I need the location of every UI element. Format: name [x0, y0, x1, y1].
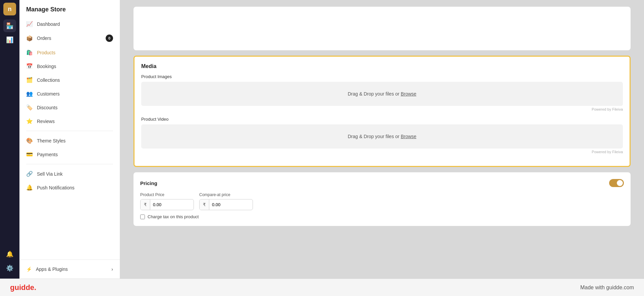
product-images-label: Product Images — [141, 74, 623, 79]
sidebar-item-collections[interactable]: 🗂️ Collections — [19, 73, 120, 87]
sidebar-item-label: Payments — [37, 152, 58, 157]
sidebar-header: Manage Store — [19, 0, 120, 17]
sidebar-item-apps-plugins[interactable]: ⚡ Apps & Plugins › — [26, 264, 113, 275]
compare-price-label: Compare-at price — [199, 192, 253, 197]
product-price-currency: ₹ — [141, 199, 150, 210]
sidebar-item-label: Products — [37, 50, 55, 55]
pricing-header: Pricing — [140, 179, 624, 187]
product-images-drop-text: Drag & Drop your files or — [348, 91, 399, 97]
sidebar-item-label: Discounts — [37, 105, 57, 110]
nav-store-icon[interactable]: 🏪 — [3, 19, 16, 32]
sidebar-item-label: Sell Via Link — [37, 171, 63, 177]
sidebar-divider-2 — [26, 164, 113, 164]
sidebar-item-reviews[interactable]: ⭐ Reviews — [19, 114, 120, 128]
charge-tax-text: Charge tax on this product — [148, 214, 199, 219]
apps-plugins-label: Apps & Plugins — [36, 267, 68, 272]
collections-icon: 🗂️ — [26, 77, 33, 83]
sidebar-item-orders[interactable]: 📦 Orders 0 — [19, 31, 120, 46]
nav-bell-icon[interactable]: 🔔 — [3, 248, 16, 260]
sidebar-item-label: Customers — [37, 91, 60, 97]
product-images-dropzone[interactable]: Drag & Drop your files or Browse — [141, 82, 623, 106]
bottom-bar: guidde. Made with guidde.com — [0, 279, 644, 296]
apps-plugins-icon: ⚡ — [26, 267, 32, 272]
orders-icon: 📦 — [26, 35, 33, 42]
sidebar-item-payments[interactable]: 💳 Payments — [19, 147, 120, 161]
pricing-title: Pricing — [140, 180, 157, 186]
charge-tax-checkbox[interactable] — [140, 215, 145, 219]
sidebar-item-theme-styles[interactable]: 🎨 Theme Styles — [19, 134, 120, 147]
sidebar-item-label: Dashboard — [37, 21, 60, 27]
sidebar-item-discounts[interactable]: 🏷️ Discounts — [19, 101, 120, 114]
compare-price-group: Compare-at price ₹ INR — [199, 192, 253, 210]
compare-price-input-wrap: ₹ INR — [199, 199, 253, 210]
product-images-browse-link[interactable]: Browse — [401, 91, 417, 97]
sidebar-item-dashboard[interactable]: 📈 Dashboard — [19, 17, 120, 31]
discounts-icon: 🏷️ — [26, 104, 33, 111]
main-sidebar: Manage Store 📈 Dashboard 📦 Orders 0 🛍️ P… — [19, 0, 120, 279]
product-images-powered: Powered by Fileiva — [141, 107, 623, 111]
made-with-text: Made with guidde.com — [580, 285, 634, 291]
nav-settings-icon[interactable]: ⚙️ — [3, 262, 16, 275]
compare-price-currency: ₹ — [200, 199, 209, 210]
push-notifications-icon: 🔔 — [26, 184, 33, 191]
sidebar-item-label: Theme Styles — [37, 138, 66, 143]
product-price-group: Product Price ₹ INR — [140, 192, 194, 210]
pricing-toggle[interactable] — [609, 179, 624, 187]
sidebar-item-push-notifications[interactable]: 🔔 Push Notifications — [19, 181, 120, 194]
sidebar-item-bookings[interactable]: 📅 Bookings — [19, 59, 120, 73]
dashboard-icon: 📈 — [26, 21, 33, 27]
compare-price-input[interactable] — [209, 199, 253, 210]
sidebar-item-label: Collections — [37, 77, 60, 83]
guidde-logo: guidde. — [10, 283, 36, 292]
sidebar-item-products[interactable]: 🛍️ Products — [19, 46, 120, 59]
app-logo[interactable]: n — [3, 3, 16, 15]
sidebar-nav: 📈 Dashboard 📦 Orders 0 🛍️ Products 📅 Boo… — [19, 17, 120, 259]
nav-analytics-icon[interactable]: 📊 — [3, 34, 16, 46]
sidebar-item-label: Reviews — [37, 119, 55, 124]
sidebar-footer: ⚡ Apps & Plugins › — [19, 259, 120, 279]
sidebar-item-customers[interactable]: 👥 Customers — [19, 87, 120, 101]
charge-tax-label[interactable]: Charge tax on this product — [140, 214, 624, 219]
sell-via-link-icon: 🔗 — [26, 171, 33, 177]
bookings-icon: 📅 — [26, 63, 33, 69]
icon-sidebar: n 🏪 📊 🔔 ⚙️ — [0, 0, 19, 279]
pricing-fields: Product Price ₹ INR Compare-at price ₹ I… — [140, 192, 624, 210]
product-price-input-wrap: ₹ INR — [140, 199, 194, 210]
product-video-dropzone[interactable]: Drag & Drop your files or Browse — [141, 124, 623, 149]
orders-badge: 0 — [106, 35, 113, 42]
theme-styles-icon: 🎨 — [26, 137, 33, 144]
product-video-label: Product Video — [141, 117, 623, 122]
sidebar-item-sell-via-link[interactable]: 🔗 Sell Via Link — [19, 167, 120, 181]
media-card-title: Media — [141, 63, 623, 69]
product-video-drop-text: Drag & Drop your files or — [348, 134, 399, 139]
chevron-right-icon: › — [111, 267, 113, 272]
main-content: Media Product Images Drag & Drop your fi… — [120, 0, 644, 279]
top-partial-card — [133, 7, 631, 50]
product-video-browse-link[interactable]: Browse — [401, 134, 417, 139]
customers-icon: 👥 — [26, 91, 33, 97]
product-price-input[interactable] — [150, 199, 194, 210]
pricing-card: Pricing Product Price ₹ INR Compare-at p… — [133, 172, 631, 226]
sidebar-divider-1 — [26, 131, 113, 131]
sidebar-item-label: Push Notifications — [37, 185, 74, 190]
products-icon: 🛍️ — [26, 49, 33, 56]
sidebar-item-label: Bookings — [37, 64, 56, 69]
media-card: Media Product Images Drag & Drop your fi… — [133, 56, 631, 167]
reviews-icon: ⭐ — [26, 118, 33, 124]
sidebar-item-label: Orders — [37, 36, 51, 41]
product-video-powered: Powered by Fileiva — [141, 150, 623, 154]
product-price-label: Product Price — [140, 192, 194, 197]
payments-icon: 💳 — [26, 151, 33, 158]
